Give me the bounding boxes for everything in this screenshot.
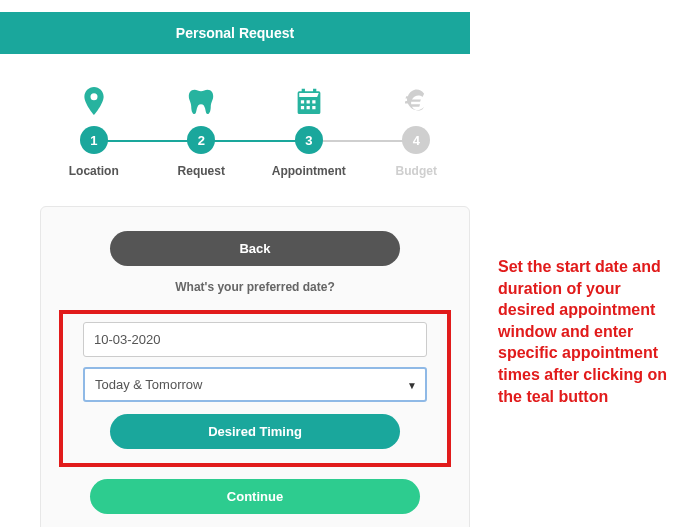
desired-timing-button[interactable]: Desired Timing [110,414,400,449]
continue-button[interactable]: Continue [90,479,420,514]
step-number: 4 [402,126,430,154]
date-input[interactable] [83,322,427,357]
step-label: Location [69,164,119,178]
euro-icon [405,86,427,116]
tooth-icon [188,86,214,116]
step-budget: 4 Budget [363,86,471,178]
pin-icon [83,86,105,116]
step-label: Appointment [272,164,346,178]
step-number: 2 [187,126,215,154]
step-label: Request [178,164,225,178]
calendar-icon [296,86,322,116]
step-label: Budget [396,164,437,178]
duration-select[interactable]: Today & Tomorrow [83,367,427,402]
header-title: Personal Request [176,25,294,41]
prompt-text: What's your preferred date? [71,280,439,294]
back-button[interactable]: Back [110,231,400,266]
duration-select-wrap[interactable]: Today & Tomorrow ▼ [83,367,427,402]
appointment-card: Back What's your preferred date? Today &… [40,206,470,527]
annotation-text: Set the start date and duration of your … [498,256,680,407]
highlight-box: Today & Tomorrow ▼ Desired Timing [59,310,451,467]
step-location[interactable]: 1 Location [40,86,148,178]
step-number: 3 [295,126,323,154]
header-bar: Personal Request [0,12,470,54]
step-number: 1 [80,126,108,154]
step-request[interactable]: 2 Request [148,86,256,178]
step-appointment[interactable]: 3 Appointment [255,86,363,178]
progress-stepper: 1 Location 2 Request 3 Appointment 4 Bud… [40,86,470,178]
